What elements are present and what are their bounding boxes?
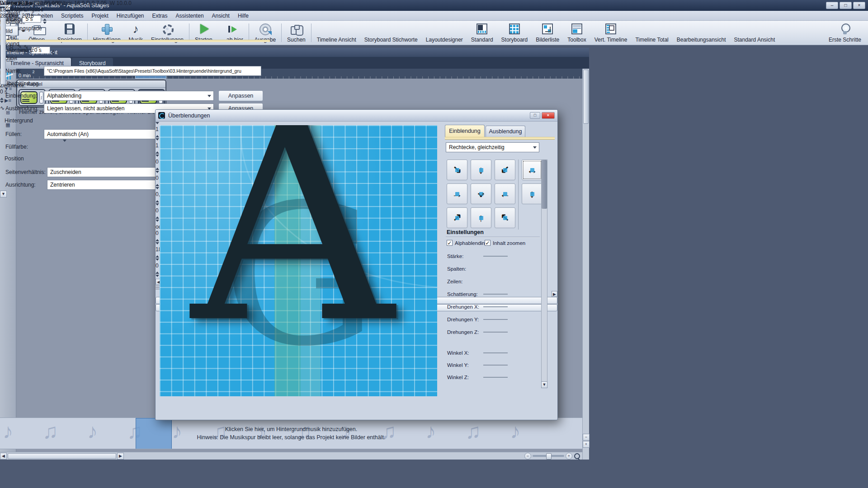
scroll-left-icon[interactable]: ◀ — [0, 453, 7, 460]
direction-up-left-button[interactable]: ↖ — [495, 207, 515, 228]
direction-up-right-button[interactable]: ↗ — [447, 207, 467, 228]
tab-bild[interactable]: Bild — [4, 28, 36, 34]
color-dropdown[interactable] — [63, 142, 66, 148]
slider-drehungen-y[interactable] — [483, 316, 508, 324]
selected-segment[interactable] — [136, 418, 172, 449]
edit-icon[interactable]: ✎ — [17, 43, 22, 50]
toolbar-vert-timeline[interactable]: Vert. Timeline — [590, 22, 632, 44]
einblendung-select[interactable]: Alphablending — [44, 91, 214, 101]
motion-path-icon[interactable]: ∿ — [24, 43, 28, 50]
slider-winkel-y[interactable] — [483, 362, 508, 369]
setting-spinner-winkel-z[interactable] — [156, 270, 159, 279]
preset-select[interactable]: Rechtecke, gleichzeitig — [446, 142, 539, 152]
direction-down-right-button[interactable]: ↘ — [447, 160, 467, 180]
setting-spinner-drehungen-z[interactable] — [156, 215, 159, 224]
scroll-thumb[interactable] — [542, 160, 547, 209]
magnifier-icon[interactable] — [574, 453, 580, 460]
slider-winkel-z[interactable] — [483, 374, 508, 381]
taskbar-word[interactable]: W — [0, 0, 5, 6]
toolbar-standard[interactable]: Standard — [467, 22, 497, 44]
vscroll-thumb[interactable] — [583, 70, 589, 124]
taskbar-app-crimson[interactable]: S — [5, 0, 9, 6]
toolbar-storyboard-stichworte[interactable]: Storyboard Stichworte — [360, 22, 422, 44]
toolbar-bearbeitungsansicht[interactable]: Bearbeitungsansicht — [673, 22, 730, 44]
setting-spinner-winkel-x[interactable] — [156, 237, 159, 246]
scroll-thumb[interactable] — [0, 8, 6, 84]
toolbar-bilderliste[interactable]: Bilderliste — [532, 22, 563, 44]
fuellfarbe-label: Füllfarbe: — [5, 144, 28, 150]
scroll-down-icon[interactable]: ▼ — [0, 191, 7, 197]
direction-outward-button[interactable]: ↔↔ — [471, 183, 491, 204]
tab-einblendung[interactable]: Einblendung — [445, 125, 485, 137]
properties-mini-toolbar: ↺↻✎∿↔↔ — [3, 43, 41, 50]
close-button[interactable]: × — [853, 2, 865, 9]
slider-drehungen-x[interactable] — [483, 304, 508, 311]
vzoom-in-button[interactable]: + — [583, 441, 590, 448]
setting-spinner-winkel-y[interactable] — [156, 253, 159, 263]
taskbar-clock[interactable]: 18:05 Uhr 28. Dez. 2018 — [0, 6, 34, 19]
maximize-button[interactable]: □ — [840, 2, 852, 9]
scroll-thumb[interactable] — [8, 453, 116, 459]
slider-schattierung[interactable] — [483, 291, 508, 298]
name-input[interactable]: "C:\Program Files (x86)\AquaSoft\Stages\… — [44, 66, 261, 76]
redo-icon[interactable]: ↻ — [9, 43, 14, 50]
toolbar-label: Bilderliste — [536, 37, 559, 43]
word-icon: W — [0, 0, 5, 6]
checkbox-inhalt-zoomen[interactable]: ✓Inhalt zoomen — [485, 240, 525, 246]
subtab-accent-strip — [0, 40, 270, 42]
clip-transition-badge[interactable]: ʃ — [39, 92, 43, 103]
scroll-right-icon[interactable]: ▶ — [552, 291, 557, 297]
timeline-horizontal-scrollbar[interactable]: ◀ ▶ − + — [0, 452, 582, 460]
zoom-out-button[interactable]: − — [524, 453, 531, 460]
dialog-restore-button[interactable]: □ — [530, 112, 540, 119]
toolbar-timeline-total[interactable]: Timeline Total — [631, 22, 672, 44]
dialog-close-button[interactable]: × — [542, 112, 555, 119]
slider-stärke[interactable] — [483, 253, 508, 260]
direction-down-left-button[interactable]: ↙ — [495, 160, 515, 180]
setting-spinner-drehungen-x[interactable] — [156, 182, 159, 191]
direction-horizontal-button[interactable]: ↔ — [522, 160, 542, 180]
toolbar-erste-schritte[interactable]: Erste Schritte — [825, 22, 865, 44]
toolbar-suchen[interactable]: Suchen — [283, 22, 310, 44]
toolbar-timeline-ansicht[interactable]: Timeline Ansicht — [313, 22, 360, 44]
setting-spinner-spalten[interactable] — [156, 133, 159, 142]
chapter-track-header[interactable]: − Kapitel — [17, 80, 165, 88]
toolbar-layoutdesigner[interactable]: Layoutdesigner — [422, 22, 467, 44]
scroll-down-icon[interactable]: ▼ — [541, 381, 547, 388]
music-track[interactable]: ♪ ♫ ♪ ♫ ♪ ♫ ♪ ♫ ♪ ♫ ♪ ♫ ♪ Klicken Sie hi… — [0, 418, 582, 449]
checkbox-icon[interactable]: ✓ — [485, 240, 491, 246]
zeitmarke-spinner[interactable] — [0, 96, 4, 105]
setting-spinner-zeilen[interactable] — [156, 150, 159, 159]
toolbar-label: Toolbox — [567, 37, 586, 43]
setting-spinner-drehungen-y[interactable] — [156, 198, 159, 207]
tab-ausblendung[interactable]: Ausblendung — [486, 126, 525, 137]
toolbar-label: Storyboard — [501, 37, 528, 43]
checkbox-icon[interactable]: ✓ — [447, 240, 453, 246]
dialog-title-bar[interactable]: Überblendungen □ × — [156, 110, 557, 122]
toolbar-standard-ansicht[interactable]: Standard Ansicht — [730, 22, 779, 44]
vzoom-out-button[interactable]: − — [583, 434, 590, 441]
dauer-spinner[interactable] — [43, 17, 47, 26]
zoom-slider[interactable] — [533, 455, 564, 457]
toolbar-label: Standard — [471, 37, 493, 43]
checkbox-alphablending[interactable]: ✓Alphablending — [447, 240, 488, 246]
einblendung-anpassen-button[interactable]: Anpassen — [218, 90, 263, 101]
timeline-vertical-scrollbar[interactable]: − + — [582, 69, 589, 460]
setting-spinner-schattierung[interactable] — [156, 166, 159, 175]
toolbar-toolbox[interactable]: Toolbox — [563, 22, 590, 44]
zoom-in-button[interactable]: + — [566, 453, 572, 460]
direction-right-button[interactable]: → — [447, 183, 467, 204]
slider-winkel-x[interactable] — [483, 350, 508, 357]
toolbar-storyboard[interactable]: Storyboard — [497, 22, 532, 44]
settings-header: Einstellungen — [447, 229, 484, 235]
minimize-button[interactable]: – — [826, 2, 838, 9]
bulb-icon — [838, 22, 852, 36]
scroll-right-icon[interactable]: ▶ — [117, 453, 124, 460]
direction-down-button[interactable]: ↓ — [471, 160, 491, 180]
slider-drehungen-z[interactable] — [483, 329, 508, 336]
direction-vertical-button[interactable]: ↕ — [522, 183, 542, 204]
move-tool-icon[interactable]: ↔↔ — [30, 43, 41, 50]
direction-up-button[interactable]: ↑ — [471, 207, 491, 228]
dialog-scrollbar[interactable]: ▼ — [541, 160, 547, 388]
direction-left-button[interactable]: ← — [495, 183, 515, 204]
